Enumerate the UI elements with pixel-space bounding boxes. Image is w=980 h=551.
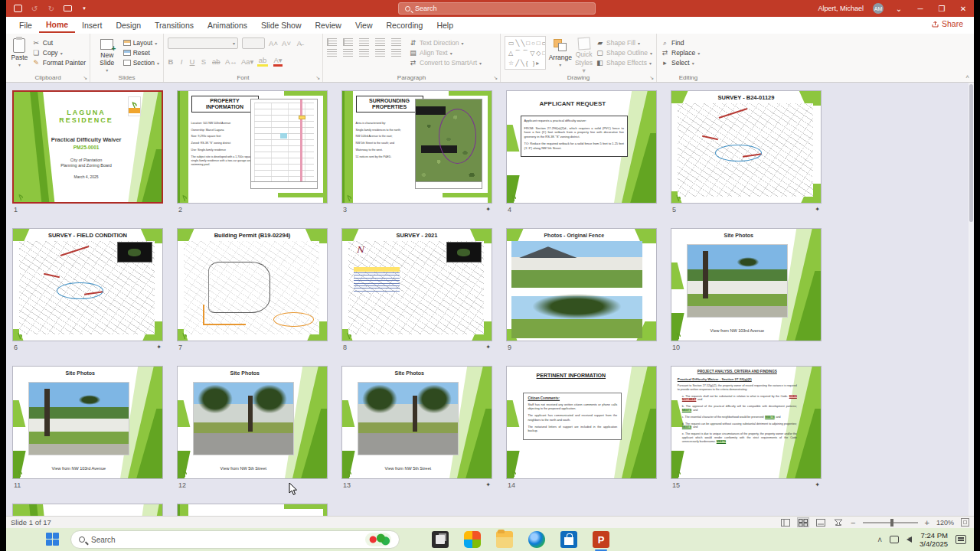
clipboard-dialog-launcher-icon[interactable]: ↘ (83, 75, 87, 81)
font-color-icon[interactable]: A▾ (273, 56, 283, 67)
ribbon-display-options-icon[interactable]: ⌄ (893, 5, 905, 13)
drawing-dialog-launcher-icon[interactable]: ↘ (649, 75, 654, 81)
powerpoint-app-icon[interactable] (593, 531, 609, 548)
font-name-select[interactable]: ▾ (168, 37, 238, 49)
start-slideshow-icon[interactable] (64, 5, 72, 11)
line-spacing-icon[interactable] (391, 38, 401, 46)
character-spacing-icon[interactable]: A↔ (225, 57, 236, 66)
tray-chevron-icon[interactable]: ˄ (877, 536, 882, 544)
convert-smartart-button[interactable]: ⇄Convert to SmartArt▾ (409, 59, 482, 67)
tab-transitions[interactable]: Transitions (148, 18, 201, 32)
tab-help[interactable]: Help (430, 18, 460, 32)
new-slide-button[interactable]: New Slide▾ (94, 36, 120, 73)
increase-font-icon[interactable]: A˄ (269, 39, 278, 47)
customize-toolbar-icon[interactable]: ▾ (80, 4, 89, 13)
redo-icon[interactable]: ↻ (47, 4, 56, 13)
slide-thumbnail-13[interactable]: Site PhotosView from NW 5th Street (341, 366, 492, 479)
underline-icon[interactable]: U (189, 57, 195, 66)
columns-icon[interactable] (391, 49, 401, 57)
tab-animations[interactable]: Animations (201, 18, 254, 32)
notifications-icon[interactable] (956, 535, 966, 544)
titlebar-search[interactable]: Search (398, 2, 596, 15)
italic-icon[interactable]: I (179, 57, 184, 66)
shape-fill-button[interactable]: ▰Shape Fill▾ (596, 39, 652, 47)
file-explorer-icon[interactable] (496, 531, 513, 548)
decrease-indent-icon[interactable] (359, 38, 369, 46)
slide-thumbnail-5[interactable]: SURVEY - B24-01129 (671, 90, 822, 204)
tab-insert[interactable]: Insert (75, 18, 109, 32)
tab-design[interactable]: Design (109, 18, 148, 32)
vertical-scrollbar[interactable] (969, 83, 974, 516)
zoom-slider-thumb[interactable] (890, 519, 893, 527)
zoom-out-icon[interactable]: − (851, 518, 855, 527)
tab-review[interactable]: Review (309, 18, 348, 32)
start-button[interactable] (46, 533, 60, 546)
slideshow-view-icon[interactable] (833, 518, 844, 527)
cut-button[interactable]: ✂Cut (32, 39, 86, 47)
taskbar-clock[interactable]: 7:24 PM 3/4/2025 (920, 531, 948, 548)
layout-button[interactable]: Layout▾ (123, 39, 159, 47)
slide-thumbnail-3[interactable]: SURROUNDING PROPERTIESArea is characteri… (341, 90, 492, 204)
edge-browser-icon[interactable] (528, 531, 545, 548)
slide-thumbnail-6[interactable]: SURVEY - FIELD CONDITION (12, 228, 163, 341)
copy-button[interactable]: ❏Copy▾ (32, 49, 86, 57)
share-button[interactable]: Share (932, 19, 963, 28)
restore-button[interactable]: ❐ (936, 5, 948, 13)
align-text-button[interactable]: ▤Align Text▾ (409, 49, 482, 57)
slide-thumbnail-17[interactable] (177, 504, 328, 516)
align-left-icon[interactable] (327, 49, 337, 57)
collapse-ribbon-icon[interactable]: ˄ (965, 73, 969, 80)
slide-thumbnail-8[interactable]: SURVEY - 2021N (341, 228, 492, 341)
select-button[interactable]: ▸Select▾ (661, 59, 700, 67)
tab-home[interactable]: Home (39, 18, 75, 33)
font-size-select[interactable] (242, 37, 265, 49)
text-direction-button[interactable]: ⇵Text Direction▾ (409, 39, 482, 47)
reset-button[interactable]: Reset (123, 49, 159, 57)
paste-button[interactable]: Paste▾ (10, 36, 29, 73)
decrease-font-icon[interactable]: A˅ (282, 39, 291, 47)
bullets-icon[interactable] (327, 38, 337, 46)
slide-thumbnail-12[interactable]: Site PhotosView from NW 5th Street (177, 366, 328, 479)
tab-file[interactable]: File (12, 18, 39, 32)
slide-thumbnail-14[interactable]: PERTINENT INFORMATIONCitizen Comments:St… (506, 366, 657, 479)
justify-icon[interactable] (375, 49, 385, 57)
slide-thumbnail-7[interactable]: Building Permit (B19-02294) (177, 228, 328, 341)
avatar[interactable]: AM (873, 3, 884, 14)
slide-thumbnail-15[interactable]: PROJECT ANALYSIS, CRITERIA AND FINDINGSP… (671, 366, 822, 479)
clear-formatting-icon[interactable]: A̶ (295, 39, 304, 47)
highlight-color-icon[interactable]: ab (257, 56, 268, 67)
save-icon[interactable] (14, 5, 22, 12)
shape-outline-button[interactable]: ▢Shape Outline▾ (596, 49, 652, 57)
strikethrough-icon[interactable]: ab (212, 57, 220, 66)
tab-view[interactable]: View (348, 18, 380, 32)
align-right-icon[interactable] (359, 49, 369, 57)
tab-slide-show[interactable]: Slide Show (254, 18, 309, 32)
zoom-level[interactable]: 120% (936, 519, 954, 527)
font-dialog-launcher-icon[interactable]: ↘ (315, 75, 320, 81)
bold-icon[interactable]: B (168, 57, 174, 66)
tray-volume-muted-icon[interactable] (906, 536, 912, 543)
numbering-icon[interactable] (343, 38, 353, 46)
quick-styles-button[interactable]: QuickStyles ▾ (575, 36, 593, 73)
taskbar-search[interactable]: Search (70, 530, 400, 549)
change-case-icon[interactable]: Aa▾ (241, 57, 252, 66)
replace-button[interactable]: ⇄Replace▾ (661, 49, 700, 57)
slide-thumbnail-11[interactable]: Site PhotosView from NW 103rd Avenue (12, 366, 163, 479)
slide-thumbnail-4[interactable]: APPLICANT REQUESTApplicant requests a pr… (506, 90, 657, 204)
zoom-slider[interactable] (863, 522, 918, 523)
shadow-icon[interactable]: S (201, 57, 207, 66)
tray-device-icon[interactable] (890, 536, 899, 543)
minimize-button[interactable]: ─ (914, 5, 926, 13)
align-center-icon[interactable] (343, 49, 353, 57)
increase-indent-icon[interactable] (375, 38, 385, 46)
slide-sorter-view-icon[interactable] (798, 518, 808, 527)
slide-thumbnail-10[interactable]: Site PhotosView from NW 103rd Avenue (671, 228, 822, 341)
reading-view-icon[interactable] (815, 518, 826, 527)
microsoft-store-icon[interactable] (560, 531, 577, 548)
task-view-icon[interactable] (432, 531, 449, 548)
fit-to-window-icon[interactable] (961, 518, 969, 527)
normal-view-icon[interactable] (780, 518, 791, 527)
section-button[interactable]: Section▾ (123, 59, 159, 67)
account-name[interactable]: Alpert, Michael (818, 5, 864, 12)
arrange-button[interactable]: Arrange▾ (549, 36, 572, 73)
